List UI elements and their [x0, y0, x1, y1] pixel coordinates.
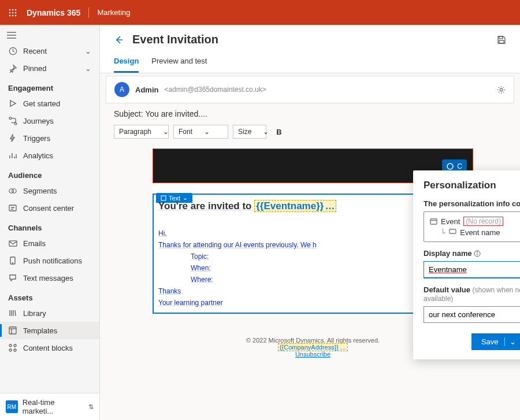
- svg-point-38: [500, 88, 503, 91]
- nav-label: Analytics: [23, 151, 53, 160]
- nav-label: Recent: [23, 47, 47, 55]
- sidebar-item-content-blocks[interactable]: Content blocks: [0, 339, 99, 356]
- chevron-down-icon: ⌄: [85, 64, 91, 73]
- svg-rect-21: [9, 205, 16, 211]
- area-badge: RM: [6, 400, 18, 413]
- token-eventname[interactable]: {{Eventname}}: [254, 200, 336, 212]
- unsubscribe-link[interactable]: Unsubscribe: [295, 351, 330, 358]
- sidebar-recent[interactable]: Recent ⌄: [0, 42, 99, 60]
- chevron-down-icon: ⌄: [163, 128, 169, 136]
- sidebar-item-templates[interactable]: Templates: [0, 322, 99, 339]
- source-root: Event: [441, 217, 460, 226]
- bold-button[interactable]: B: [271, 124, 287, 139]
- from-email: <admin@d365domaintest.co.uk>: [164, 86, 266, 94]
- svg-point-5: [15, 12, 17, 13]
- save-split-icon[interactable]: ⌄: [504, 337, 516, 346]
- phone-icon: [8, 256, 17, 265]
- chevron-down-icon: ⌄: [85, 47, 91, 55]
- blocks-icon: [8, 343, 17, 352]
- back-button[interactable]: [114, 35, 124, 45]
- tabs: Design Preview and test: [100, 49, 520, 73]
- area-switcher[interactable]: RM Real-time marketi... ⇅: [0, 393, 99, 420]
- from-name: Admin: [135, 86, 158, 94]
- token-company-address[interactable]: {{CompanyAddress}}: [278, 343, 348, 351]
- svg-point-0: [9, 9, 11, 10]
- editor-toolbar: Paragraph⌄ Font⌄ Size⌄ B: [106, 124, 520, 145]
- sidebar-item-analytics[interactable]: Analytics: [0, 147, 99, 164]
- svg-rect-43: [430, 218, 437, 224]
- segments-icon: [8, 186, 17, 195]
- nav-label: Content blocks: [23, 344, 73, 352]
- source-selector[interactable]: Event (No record) └ Event name ›: [424, 211, 520, 242]
- subject-row[interactable]: Subject: You are invited....: [106, 107, 520, 124]
- gear-icon[interactable]: [497, 86, 506, 94]
- nav-label: Emails: [23, 239, 46, 248]
- tab-design[interactable]: Design: [114, 53, 139, 73]
- chevron-down-icon: ⌄: [263, 128, 269, 136]
- pin-icon: [8, 64, 17, 73]
- page-title: Event Invitation: [132, 33, 218, 46]
- mail-icon: [8, 239, 17, 248]
- sidebar-collapse-icon[interactable]: [0, 28, 99, 42]
- sidebar-item-text-messages[interactable]: Text messages: [0, 269, 99, 287]
- display-name-input[interactable]: [424, 261, 520, 278]
- svg-point-39: [447, 163, 453, 169]
- no-record-badge: (No record): [463, 217, 503, 226]
- svg-point-35: [14, 349, 16, 351]
- sidebar-item-triggers[interactable]: Triggers: [0, 129, 99, 147]
- save-button[interactable]: Save ⌄: [471, 333, 520, 350]
- nav-label: Consent center: [23, 204, 74, 213]
- template-icon: [8, 326, 17, 335]
- svg-rect-37: [499, 40, 504, 43]
- trigger-icon: [8, 133, 17, 143]
- paragraph-select[interactable]: Paragraph⌄: [114, 125, 169, 139]
- consent-icon: [8, 203, 17, 213]
- svg-rect-45: [450, 229, 456, 233]
- sidebar-item-segments[interactable]: Segments: [0, 182, 99, 199]
- info-icon[interactable]: [474, 250, 481, 257]
- source-label: The personalization info comes from: [424, 199, 520, 208]
- nav-label: Get started: [23, 99, 60, 108]
- sidebar-item-emails[interactable]: Emails: [0, 235, 99, 252]
- svg-point-1: [12, 9, 14, 10]
- svg-point-2: [15, 9, 17, 10]
- sidebar-item-push-notifications[interactable]: Push notifications: [0, 252, 99, 269]
- sidebar-item-get-started[interactable]: Get started: [0, 95, 99, 112]
- font-select[interactable]: Font⌄: [173, 125, 228, 139]
- size-select[interactable]: Size⌄: [233, 125, 266, 139]
- design-canvas: A Admin <admin@d365domaintest.co.uk> Sub…: [100, 73, 520, 420]
- source-child: Event name: [460, 228, 500, 237]
- global-header: Dynamics 365 Marketing: [0, 0, 520, 25]
- svg-point-33: [14, 344, 16, 347]
- tab-preview[interactable]: Preview and test: [151, 53, 207, 73]
- subject-value: You are invited....: [145, 109, 207, 118]
- updown-icon: ⇅: [88, 403, 94, 411]
- sidebar-item-journeys[interactable]: Journeys: [0, 112, 99, 129]
- save-icon[interactable]: [497, 35, 506, 44]
- svg-point-20: [12, 188, 16, 193]
- svg-point-8: [15, 14, 17, 16]
- journey-icon: [8, 116, 17, 125]
- main-content: Event Invitation Design Preview and test…: [100, 25, 520, 420]
- nav-label: Journeys: [23, 117, 54, 125]
- nav-label: Push notifications: [23, 257, 82, 265]
- personalization-panel: Personalization The personalization info…: [413, 170, 520, 359]
- svg-point-13: [9, 117, 11, 119]
- module-name: Marketing: [97, 8, 130, 17]
- app-launcher-icon[interactable]: [5, 9, 21, 17]
- svg-rect-22: [9, 240, 16, 246]
- nav-label: Triggers: [23, 134, 50, 143]
- area-label: Real-time marketi...: [23, 398, 84, 415]
- window-icon: [430, 218, 437, 225]
- sidebar-item-library[interactable]: Library: [0, 304, 99, 322]
- sidebar-pinned[interactable]: Pinned ⌄: [0, 60, 99, 77]
- display-name-label: Display name *: [424, 249, 520, 258]
- field-icon: [449, 228, 456, 235]
- sidebar-item-consent-center[interactable]: Consent center: [0, 199, 99, 217]
- chevron-down-icon: ⌄: [204, 128, 210, 136]
- svg-point-32: [9, 344, 12, 347]
- default-value-input[interactable]: [424, 306, 520, 323]
- analytics-icon: [8, 151, 17, 160]
- avatar: A: [114, 82, 129, 97]
- play-icon: [8, 99, 17, 108]
